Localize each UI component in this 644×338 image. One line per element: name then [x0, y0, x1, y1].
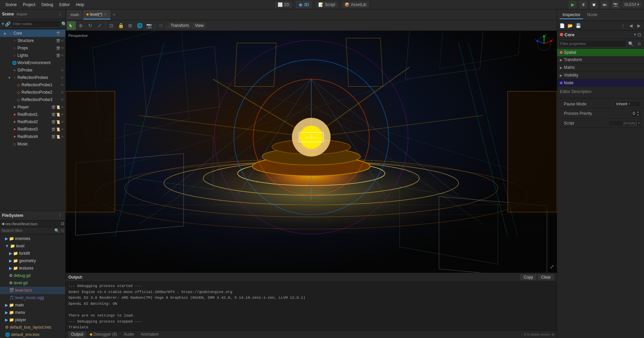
insp-forward-btn[interactable]: ▶: [635, 22, 643, 29]
stop-button[interactable]: ⏹: [590, 1, 598, 9]
pause-button[interactable]: ⏸: [579, 1, 587, 9]
tree-item-redrobot1[interactable]: ✦ RedRobot1 🎬 📜 👁: [0, 111, 65, 118]
action-eye-gi[interactable]: 👁: [61, 68, 64, 72]
action-eye-s[interactable]: 👁: [61, 39, 64, 43]
tree-item-redrobot3[interactable]: ✦ RedRobot3 🎬 📜 👁: [0, 126, 65, 133]
filesystem-menu-btn[interactable]: ⋮: [57, 212, 63, 219]
visibility-header[interactable]: ▶ Visibility: [557, 71, 644, 79]
vp-select-tool[interactable]: [67, 21, 76, 30]
search-node-btn[interactable]: 🔍: [61, 20, 65, 28]
action-script-rr1[interactable]: 📜: [56, 113, 60, 116]
tree-item-redrobot4[interactable]: ✦ RedRobot4 🎬 📜 👁: [0, 133, 65, 140]
filter-properties-input[interactable]: [558, 40, 627, 47]
action-film-p[interactable]: 🎬: [56, 46, 60, 50]
vp-move-tool[interactable]: ⊕: [76, 21, 85, 30]
insp-menu-btn[interactable]: ⋮: [619, 22, 627, 29]
vp-view-btn[interactable]: View: [192, 22, 206, 29]
tree-item-worldenv[interactable]: 🌐 WorldEnvironment: [0, 59, 65, 66]
fs-item-forklift[interactable]: ▶ 📁 forklift: [0, 250, 65, 257]
fs-item-defaultbus[interactable]: ⚙ default_bus_layout.tres: [0, 324, 65, 331]
tab-animation[interactable]: Animation: [138, 331, 161, 337]
fs-item-textures[interactable]: ▶ 📁 textures: [0, 264, 65, 272]
tree-item-lights[interactable]: ○ Lights 🎬 👁: [0, 52, 65, 59]
filter-options-btn[interactable]: ⊡: [635, 40, 643, 47]
action-eye-rr3[interactable]: 👁: [61, 128, 64, 131]
tab-add-btn[interactable]: +: [111, 12, 117, 18]
tab-close-btn[interactable]: ✕: [104, 12, 107, 17]
tree-item-music[interactable]: ◇ Music: [0, 140, 65, 148]
tab-main[interactable]: main: [67, 10, 83, 19]
vp-grid-tool[interactable]: ⊞: [126, 21, 135, 30]
import-label[interactable]: Import: [15, 12, 28, 16]
action-eye-rp2[interactable]: 👁: [61, 91, 64, 94]
camera-button[interactable]: 📷: [611, 1, 620, 9]
insp-back-btn[interactable]: ◀: [627, 22, 635, 29]
action-film[interactable]: 🎬: [56, 32, 60, 35]
clear-btn[interactable]: Clear: [538, 274, 554, 280]
tree-item-structure[interactable]: ○ Structure 🎬 👁: [0, 37, 65, 44]
viewport-expand-btn[interactable]: ⤢: [550, 263, 554, 270]
tree-item-player[interactable]: ✦ Player 🎬 📜 👁: [0, 103, 65, 111]
insp-open-btn[interactable]: 📂: [567, 22, 574, 29]
action-film-l[interactable]: 🎬: [56, 54, 60, 57]
tree-item-props[interactable]: ○ Props 🎬 👁: [0, 44, 65, 52]
link-node-btn[interactable]: 🔗: [5, 20, 10, 28]
insp-save-btn[interactable]: 💾: [575, 22, 582, 29]
fs-item-level[interactable]: ▼ 📁 level: [0, 242, 65, 250]
action-film-s[interactable]: 🎬: [56, 39, 60, 43]
action-eye-rp3[interactable]: 👁: [61, 98, 64, 102]
action-eye-rr4[interactable]: 👁: [61, 135, 64, 139]
action-script-rr4[interactable]: 📜: [56, 135, 60, 139]
vp-local-tool[interactable]: ⊡: [107, 21, 116, 30]
scene-menu-btn[interactable]: ⋮: [57, 11, 63, 17]
action-eye-rr2[interactable]: 👁: [61, 120, 64, 124]
action-script-pl[interactable]: 📜: [56, 105, 60, 109]
gles-badge[interactable]: GLES3 ▾: [622, 2, 641, 7]
menu-editor[interactable]: Editor: [57, 2, 72, 8]
tab-node[interactable]: Node: [584, 11, 600, 19]
vp-scale-tool[interactable]: ⤢: [95, 21, 104, 30]
fs-item-main[interactable]: ▶ 📁 main: [0, 301, 65, 309]
action-eye-rp[interactable]: 👁: [61, 76, 64, 80]
node-type-expand[interactable]: ▾: [634, 32, 636, 37]
filter-search-btn[interactable]: 🔍: [627, 40, 635, 47]
tree-item-reflprobes[interactable]: ▼ ○ ReflectionProbes 👁: [0, 74, 65, 81]
tree-item-reflprobe2[interactable]: ◇ ReflectionProbe2 👁: [0, 89, 65, 96]
matrix-header[interactable]: ▶ Matrix: [557, 64, 644, 71]
fs-item-player[interactable]: ▶ 📁 player: [0, 316, 65, 324]
tree-item-reflprobe3[interactable]: ◇ ReflectionProbe3 👁: [0, 96, 65, 103]
action-film-pl[interactable]: 🎬: [51, 105, 55, 109]
vp-transform-btn[interactable]: Transform: [168, 22, 192, 29]
copy-btn[interactable]: Copy: [520, 274, 536, 280]
add-node-btn[interactable]: +: [1, 20, 4, 28]
prop-processpriority-down[interactable]: ▼: [636, 113, 640, 117]
action-script-rr2[interactable]: 📜: [56, 120, 60, 124]
path-back-btn[interactable]: ◀: [1, 222, 4, 226]
menu-scene[interactable]: Scene: [3, 2, 19, 8]
path-refresh-btn[interactable]: ⊡: [61, 222, 64, 226]
action-film-rr4[interactable]: 🎬: [51, 135, 55, 139]
tree-item-redrobot2[interactable]: ✦ RedRobot2 🎬 📜 👁: [0, 118, 65, 126]
node-extra-btn[interactable]: ⊡: [637, 32, 641, 37]
vp-snap-tool[interactable]: 🌐: [135, 21, 144, 30]
btn-2d[interactable]: ⬜ 2D: [275, 2, 292, 8]
btn-3d[interactable]: ◈ 3D: [296, 1, 312, 8]
filter-icon[interactable]: ⊡: [61, 228, 64, 233]
menu-help[interactable]: Help: [73, 2, 87, 8]
fs-item-geometry[interactable]: ▶ 📁 geometry: [0, 257, 65, 264]
filter-nodes-input[interactable]: [11, 20, 61, 28]
fs-item-levelmusic[interactable]: 🎵 level_music.ogg: [0, 294, 65, 301]
filesystem-search-input[interactable]: [1, 228, 53, 233]
action-eye[interactable]: 👁: [61, 32, 64, 35]
fs-item-levelgd[interactable]: ⚙ level.gd: [0, 279, 65, 287]
action-film-rr3[interactable]: 🎬: [51, 128, 55, 131]
prop-processpriority-value[interactable]: 0 ▲ ▼: [631, 109, 641, 117]
action-eye-p[interactable]: 👁: [61, 46, 64, 50]
tree-item-reflprobe1[interactable]: ◇ ReflectionProbe1 👁: [0, 81, 65, 89]
btn-assetlib[interactable]: 📦 AssetLib: [342, 2, 369, 8]
tab-audio[interactable]: Audio: [121, 331, 137, 337]
action-script-rr3[interactable]: 📜: [56, 128, 60, 131]
fs-item-debuggd[interactable]: ⚙ debug.gd: [0, 272, 65, 279]
tab-inspector[interactable]: Inspector: [560, 11, 583, 19]
action-eye-rr1[interactable]: 👁: [61, 113, 64, 116]
